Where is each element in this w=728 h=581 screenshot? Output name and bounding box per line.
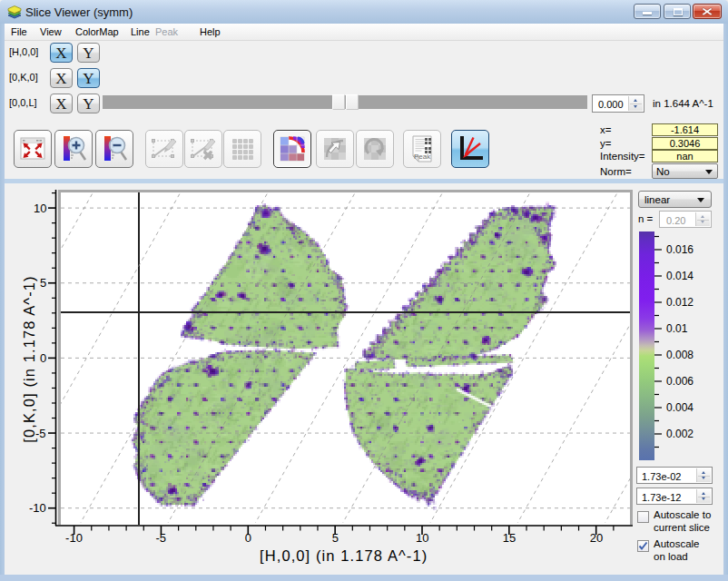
svg-text:Peak: Peak [414,153,431,161]
